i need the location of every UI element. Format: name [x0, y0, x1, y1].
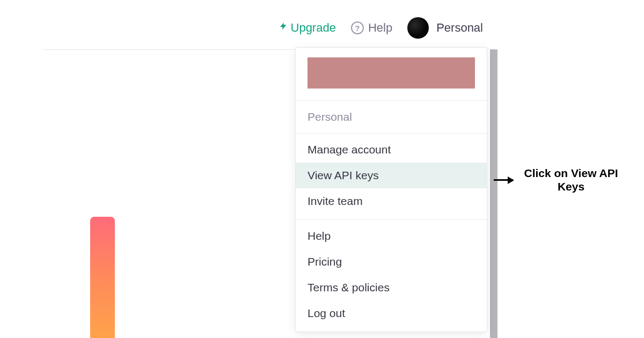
bolt-icon — [279, 20, 288, 35]
menu-item-logout[interactable]: Log out — [296, 300, 487, 326]
workspace-label: Personal — [296, 101, 487, 133]
account-dropdown: Personal Manage account View API keys In… — [295, 47, 487, 332]
arrow-icon — [494, 179, 513, 181]
avatar — [407, 17, 429, 39]
menu-item-view-api-keys[interactable]: View API keys — [296, 163, 487, 188]
dropdown-misc-group: Help Pricing Terms & policies Log out — [296, 219, 487, 332]
scrollbar-track[interactable] — [490, 49, 497, 338]
top-bar: Upgrade ? Help Personal — [0, 13, 644, 43]
menu-item-terms[interactable]: Terms & policies — [296, 275, 487, 300]
redacted-user-info — [308, 57, 475, 89]
decorative-gradient-bar — [90, 217, 115, 338]
menu-item-manage-account[interactable]: Manage account — [296, 137, 487, 163]
annotation-callout: Click on View API Keys — [494, 166, 625, 193]
dropdown-account-group: Manage account View API keys Invite team — [296, 133, 487, 219]
help-link[interactable]: ? Help — [351, 21, 392, 35]
menu-item-invite-team[interactable]: Invite team — [296, 188, 487, 214]
help-label: Help — [368, 21, 392, 35]
annotation-text: Click on View API Keys — [517, 166, 625, 193]
dropdown-header — [296, 48, 487, 100]
account-label: Personal — [436, 21, 483, 35]
account-menu-trigger[interactable]: Personal — [407, 17, 483, 39]
upgrade-label: Upgrade — [291, 21, 336, 35]
menu-item-pricing[interactable]: Pricing — [296, 249, 487, 275]
help-icon: ? — [351, 21, 364, 34]
menu-item-help[interactable]: Help — [296, 223, 487, 249]
upgrade-link[interactable]: Upgrade — [279, 20, 336, 35]
